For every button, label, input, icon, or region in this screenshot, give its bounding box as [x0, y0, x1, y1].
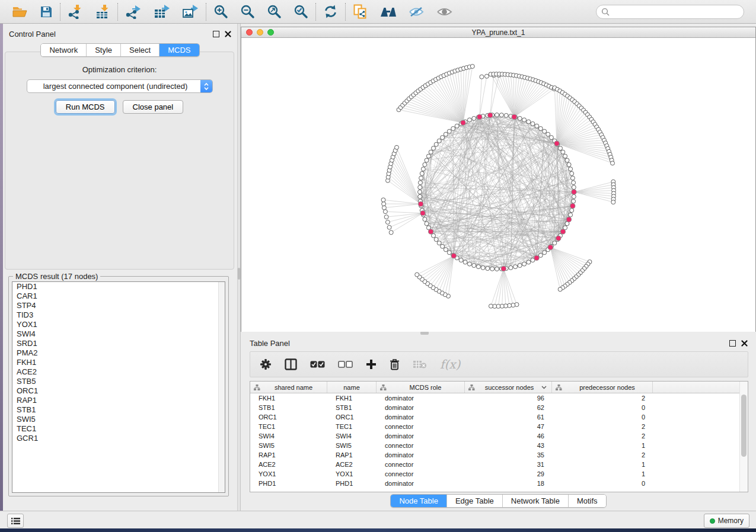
deselect-all-icon[interactable] — [338, 361, 353, 368]
mcds-hub-node[interactable] — [461, 120, 465, 125]
mcds-hub-node[interactable] — [554, 141, 559, 146]
network-window-titlebar[interactable]: YPA_prune.txt_1 — [241, 27, 755, 38]
network-node[interactable] — [538, 127, 543, 131]
mcds-node-item[interactable]: SWI5 — [12, 415, 225, 424]
table-row-ORC1[interactable]: ORC1ORC1dominator610 — [250, 412, 748, 422]
open-session-button[interactable] — [12, 5, 28, 18]
table-tab-node-table[interactable]: Node Table — [391, 495, 446, 507]
close-table-panel-icon[interactable] — [741, 340, 748, 347]
network-node[interactable] — [518, 116, 522, 120]
network-leaf-node[interactable] — [558, 287, 562, 291]
tab-style[interactable]: Style — [86, 44, 120, 56]
mcds-hub-node[interactable] — [534, 255, 539, 260]
column-header-predecessor-nodes[interactable]: predecessor nodes — [552, 382, 653, 393]
network-node[interactable] — [434, 142, 438, 146]
task-history-button[interactable] — [7, 514, 24, 528]
mcds-node-item[interactable]: STB1 — [12, 405, 225, 415]
network-node[interactable] — [543, 251, 547, 255]
network-node[interactable] — [432, 233, 436, 238]
mcds-hub-node[interactable] — [556, 236, 561, 241]
network-node[interactable] — [419, 176, 423, 180]
network-node[interactable] — [455, 124, 459, 128]
network-leaf-node[interactable] — [382, 202, 386, 206]
network-node[interactable] — [423, 217, 427, 222]
search-input[interactable] — [613, 7, 739, 17]
network-node[interactable] — [420, 171, 424, 175]
network-leaf-node[interactable] — [387, 225, 391, 229]
save-session-button[interactable] — [40, 5, 53, 18]
mcds-hub-node[interactable] — [419, 201, 423, 206]
mcds-node-item[interactable]: TEC1 — [12, 424, 225, 434]
mcds-hub-node[interactable] — [501, 266, 506, 271]
import-table-icon[interactable] — [95, 4, 110, 19]
network-leaf-node[interactable] — [385, 220, 390, 225]
mcds-node-item[interactable]: SRD1 — [12, 339, 225, 348]
network-leaf-node[interactable] — [382, 206, 386, 210]
clone-network-icon[interactable] — [353, 4, 368, 20]
network-node[interactable] — [535, 124, 539, 128]
network-node[interactable] — [472, 264, 476, 268]
network-node[interactable] — [527, 120, 531, 124]
network-node[interactable] — [418, 185, 422, 190]
network-node[interactable] — [425, 222, 429, 226]
network-leaf-node[interactable] — [489, 304, 493, 308]
table-tab-motifs[interactable]: Motifs — [568, 495, 606, 507]
network-node[interactable] — [518, 264, 522, 268]
network-node[interactable] — [561, 150, 565, 154]
mcds-hub-node[interactable] — [488, 113, 493, 117]
first-neighbors-icon[interactable] — [380, 6, 397, 18]
network-node[interactable] — [495, 113, 499, 117]
network-node[interactable] — [429, 150, 433, 154]
network-node[interactable] — [444, 132, 448, 136]
network-node[interactable] — [549, 136, 553, 140]
select-all-icon[interactable] — [310, 361, 325, 368]
zoom-fit-icon[interactable] — [267, 4, 282, 19]
mcds-node-item[interactable]: ACE2 — [12, 367, 225, 377]
network-node[interactable] — [527, 260, 531, 264]
network-node[interactable] — [463, 260, 467, 264]
network-node[interactable] — [451, 127, 455, 131]
table-scrollbar-thumb[interactable] — [741, 395, 747, 457]
table-row-SWI4[interactable]: SWI4SWI4dominator462 — [250, 431, 748, 441]
network-leaf-node[interactable] — [389, 230, 393, 235]
table-tab-edge-table[interactable]: Edge Table — [446, 495, 502, 507]
float-panel-icon[interactable] — [213, 31, 219, 37]
mcds-hub-node[interactable] — [512, 114, 516, 119]
column-header-successor-nodes[interactable]: successor nodes — [465, 382, 552, 393]
network-node[interactable] — [441, 136, 445, 140]
network-leaf-node[interactable] — [484, 74, 489, 78]
mcds-node-item[interactable]: YOX1 — [12, 320, 225, 329]
network-node[interactable] — [509, 265, 513, 270]
export-network-icon[interactable] — [125, 4, 142, 19]
mcds-list-scrollbar[interactable] — [218, 282, 225, 492]
network-node[interactable] — [570, 209, 574, 213]
network-node[interactable] — [486, 267, 490, 271]
mcds-node-item[interactable]: SWI4 — [12, 329, 225, 339]
mcds-hub-node[interactable] — [566, 217, 571, 222]
network-leaf-node[interactable] — [480, 75, 484, 79]
network-leaf-node[interactable] — [384, 215, 388, 219]
mcds-hub-node[interactable] — [429, 229, 433, 234]
close-panel-button[interactable]: Close panel — [123, 100, 184, 114]
network-node[interactable] — [476, 265, 480, 269]
network-node[interactable] — [467, 118, 471, 122]
network-node[interactable] — [423, 162, 427, 166]
network-node[interactable] — [425, 158, 429, 162]
table-row-STB1[interactable]: STB1STB1dominator620 — [250, 403, 748, 412]
network-node[interactable] — [565, 158, 569, 162]
network-node[interactable] — [572, 181, 576, 185]
column-header-MCDS-role[interactable]: MCDS role — [377, 382, 465, 393]
network-node[interactable] — [543, 129, 547, 133]
float-table-panel-icon[interactable] — [729, 340, 736, 347]
tab-network[interactable]: Network — [41, 44, 86, 56]
criterion-select[interactable]: largest connected component (undirected) — [27, 79, 213, 93]
network-leaf-node[interactable] — [381, 198, 385, 202]
hide-selected-icon[interactable] — [409, 6, 425, 18]
network-node[interactable] — [569, 167, 573, 171]
network-node[interactable] — [418, 181, 422, 185]
table-scrollbar[interactable] — [739, 382, 748, 492]
table-settings-gear-icon[interactable] — [260, 358, 272, 370]
network-node[interactable] — [495, 267, 499, 271]
zoom-selected-icon[interactable] — [294, 4, 308, 19]
network-node[interactable] — [432, 146, 436, 150]
